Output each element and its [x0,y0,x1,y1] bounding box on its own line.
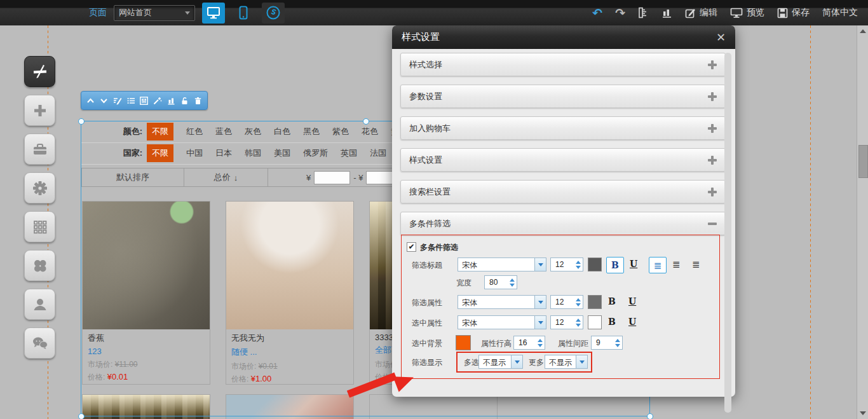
panel-header[interactable]: 样式设置 ✕ [392,25,735,49]
undo-icon[interactable]: ↶ [592,7,602,19]
page-select[interactable]: 网站首页 [114,5,195,21]
underline-button[interactable]: U [630,259,637,269]
filter-option[interactable]: 日本 [215,148,232,159]
multi-filter-checkbox[interactable]: ✔ [407,242,416,252]
panel-scrollbar[interactable] [724,53,731,413]
sidebar-item-toolbox[interactable] [24,134,55,165]
selection-handle-top-left[interactable] [78,118,85,125]
filter-title-size-spinner[interactable]: 12 [550,258,583,271]
spin-up-icon[interactable] [510,278,515,282]
filter-title-font-select[interactable]: 宋体 [458,258,546,271]
expand-plus-icon[interactable] [708,124,717,133]
redo-icon[interactable]: ↷ [615,7,625,19]
chevron-down-icon[interactable] [534,258,546,271]
price-min-input[interactable] [314,171,350,184]
edit-button[interactable]: 编辑 [685,7,717,18]
save-button[interactable]: 保存 [777,7,810,18]
expand-plus-icon[interactable] [708,188,717,196]
desktop-view-button[interactable] [202,3,225,24]
filter-option[interactable]: 中国 [186,148,203,159]
filter-attr-color-swatch[interactable] [588,295,602,309]
move-down-icon[interactable] [100,97,108,105]
sidebar-item-components[interactable] [24,250,55,281]
spin-down-icon[interactable] [538,344,543,347]
spin-down-icon[interactable] [576,303,581,306]
spin-up-icon[interactable] [538,339,543,342]
product-link[interactable]: 123 [88,347,205,356]
filter-option[interactable]: 英国 [341,148,357,159]
move-up-icon[interactable] [86,97,95,105]
filter-option[interactable]: 黑色 [303,126,320,137]
sort-default[interactable]: 默认排序 [82,168,184,186]
edit-content-icon[interactable] [113,97,122,105]
section-search-bar[interactable]: 搜索栏设置 [400,180,726,203]
stats-column-icon[interactable] [167,97,175,105]
chevron-down-icon[interactable] [534,296,546,308]
sort-total-price[interactable]: 总价 ↓ [184,168,268,186]
magic-wand-icon[interactable] [153,97,162,105]
mobile-view-button[interactable] [232,3,255,24]
filter-option[interactable]: 蓝色 [215,126,232,137]
expand-plus-icon[interactable] [708,60,717,69]
filter-attr-size-spinner[interactable]: 12 [550,295,583,309]
stats-icon[interactable] [661,8,672,18]
multi-select-dropdown[interactable]: 不显示 [478,355,523,369]
spin-up-icon[interactable] [576,319,581,322]
align-left-button-active[interactable]: ≣ [649,257,667,273]
filter-option[interactable]: 灰色 [245,126,261,137]
preview-button[interactable]: 预览 [730,7,764,18]
selected-attr-font-select[interactable]: 宋体 [458,315,546,329]
selection-handle-bottom-left[interactable] [78,413,85,419]
spin-down-icon[interactable] [576,324,581,327]
filter-option[interactable]: 俄罗斯 [303,148,328,159]
product-card[interactable]: 香蕉 123 市场价: ¥11.00 价格: ¥0.01 [82,201,210,385]
unlock-icon[interactable] [180,97,189,105]
bold-button-active[interactable]: B [606,257,624,273]
component-link-button[interactable] [262,3,285,24]
filter-option[interactable]: 美国 [274,148,290,159]
product-link[interactable]: 随便 ... [231,347,348,358]
selection-handle-bottom-right[interactable] [647,413,653,419]
canvas-scrollbar[interactable] [857,25,868,419]
product-card[interactable]: 无我无为 随便 ... 市场价: ¥0.01 价格: ¥1.00 [226,201,354,385]
language-switch[interactable]: 简体中文 [822,7,858,18]
filter-option[interactable]: 紫色 [332,126,349,137]
bold-button[interactable]: B [608,317,616,327]
sidebar-item-settings[interactable] [24,172,55,203]
sidebar-item-modules[interactable] [24,211,55,242]
spin-up-icon[interactable] [615,339,620,342]
list-settings-icon[interactable] [127,97,135,105]
align-right-button[interactable]: ≣ [692,259,700,269]
more-dropdown[interactable]: 不显示 [545,355,588,369]
sidebar-item-design-tools[interactable] [24,56,55,87]
expand-plus-icon[interactable] [708,92,717,101]
spin-down-icon[interactable] [576,266,581,269]
scrollbar-thumb[interactable] [858,145,868,178]
underline-button[interactable]: U [628,317,636,327]
filter-option[interactable]: 红色 [186,126,203,137]
filter-option[interactable]: 法国 [370,148,386,159]
selection-handle-top-center[interactable] [363,118,369,125]
filter-option[interactable]: 花色 [362,126,378,137]
filter-option-selected[interactable]: 不限 [147,123,173,141]
sidebar-item-add[interactable] [24,95,55,126]
filter-option[interactable]: 白色 [274,126,290,137]
filter-option-selected[interactable]: 不限 [147,144,173,162]
section-style-choose[interactable]: 样式选择 [400,53,726,76]
bold-button[interactable]: B [608,296,616,306]
expand-plus-icon[interactable] [708,156,717,165]
sidebar-item-members[interactable] [24,289,55,320]
scroll-up-icon[interactable] [860,29,866,33]
selected-attr-color-swatch[interactable] [588,315,602,329]
selected-attr-size-spinner[interactable]: 12 [550,315,583,329]
close-icon[interactable]: ✕ [716,31,726,45]
section-parameters[interactable]: 参数设置 [400,85,726,108]
selected-bg-color-swatch[interactable] [456,335,471,350]
sidebar-item-wechat[interactable] [24,327,55,359]
scroll-down-icon[interactable] [860,411,866,415]
spin-up-icon[interactable] [576,298,581,301]
collapse-minus-icon[interactable] [708,219,717,228]
section-style-settings[interactable]: 样式设置 [400,148,726,172]
trash-icon[interactable] [194,97,202,105]
filter-settings-icon[interactable] [140,97,148,105]
